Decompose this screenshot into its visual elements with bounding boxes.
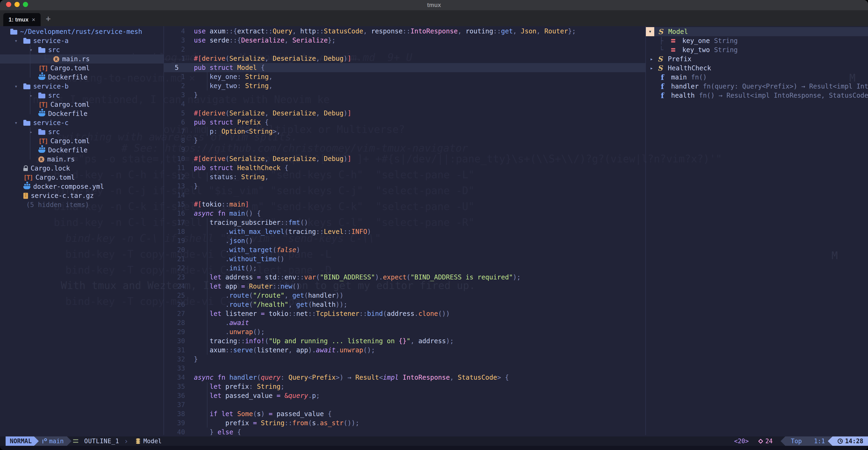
code-line[interactable]: 19 .json()	[163, 236, 645, 245]
code-line[interactable]: 27 let listener = tokio::net::TcpListene…	[163, 309, 645, 318]
code-line[interactable]: 31 axum::serve(listener, app).await.unwr…	[163, 346, 645, 355]
chevron-right-icon[interactable]: ▸	[28, 129, 38, 135]
tree-item-dockerfile[interactable]: Dockerfile	[0, 146, 163, 155]
code-line[interactable]: 16async fn main() {	[163, 209, 645, 218]
code-text: }	[189, 182, 198, 191]
outline-item-healthcheck[interactable]: ▸SHealthCheck	[646, 64, 868, 73]
code-line[interactable]: 2 key_two: String,	[163, 81, 645, 90]
tree-item-dockerfile[interactable]: Dockerfile	[0, 109, 163, 118]
chevron-down-icon[interactable]: ▾	[13, 120, 23, 126]
outline-item-key_two[interactable]: └key_twoString	[646, 45, 868, 55]
code-line[interactable]: 6pub struct Prefix {	[163, 118, 645, 127]
code-line[interactable]: 32}	[163, 355, 645, 364]
code-line[interactable]: 17 tracing_subscriber::fmt()	[163, 218, 645, 227]
tab-close-icon[interactable]: ×	[32, 16, 35, 23]
window-title: tmux	[0, 2, 868, 8]
code-line[interactable]: 12 status: String,	[163, 173, 645, 182]
code-line[interactable]: 21 .without_time()	[163, 254, 645, 264]
code-line[interactable]: 2	[163, 45, 645, 54]
chevron-right-icon[interactable]: ▸	[649, 56, 657, 62]
tree-item-service-a[interactable]: ▾service-a	[0, 36, 163, 45]
tab-tmux[interactable]: 1: tmux ×	[3, 13, 41, 26]
code-line[interactable]: 7 p: Option<String>,	[163, 127, 645, 136]
outline-item-main[interactable]: fmainfn()	[646, 73, 868, 82]
code-line[interactable]: 33	[163, 364, 645, 373]
code-line[interactable]: 8}	[163, 136, 645, 145]
git-branch-name: main	[49, 438, 64, 445]
tree-item-src[interactable]: ▾src	[0, 45, 163, 55]
tree-item-src[interactable]: ▸src	[0, 127, 163, 137]
new-tab-button[interactable]: +	[46, 14, 51, 24]
tree-item-docker-compose-yml[interactable]: docker-compose.yml	[0, 182, 163, 191]
tree-item-main-rs[interactable]: Rmain.rs	[0, 155, 163, 164]
chevron-down-icon[interactable]: ▾	[13, 38, 23, 44]
tree-item-label: ~/Development/rust/service-mesh	[20, 28, 142, 35]
code-line[interactable]: 4	[163, 99, 645, 109]
tree-item-cargo-toml[interactable]: [T]Cargo.toml	[0, 100, 163, 109]
code-line[interactable]: 24 let app = Router::new()	[163, 282, 645, 291]
code-line[interactable]: 1 key_one: String,	[163, 72, 645, 81]
code-line[interactable]: 26 .route("/health", get(health));	[163, 300, 645, 309]
code-line[interactable]: 1#[derive(Serialize, Deserialize, Debug)…	[163, 54, 645, 63]
tree-item-src[interactable]: ▸src	[0, 91, 163, 100]
tree-item--development-rust-service-mesh[interactable]: ~/Development/rust/service-mesh	[0, 27, 163, 36]
outline-item-signature: fn(query: Query<Prefix>) → Result<impl I…	[703, 83, 868, 90]
code-line[interactable]: 13}	[163, 182, 645, 191]
code-line[interactable]: 3use serde::{Deserialize, Serialize};	[163, 36, 645, 45]
code-line[interactable]: 10#[derive(Serialize, Deserialize, Debug…	[163, 154, 645, 163]
scroll-position: Top	[791, 438, 802, 445]
code-line[interactable]: 4use axum::{extract::Query, http::Status…	[163, 27, 645, 36]
tree-item--5-hidden-items-[interactable]: (5 hidden items)	[0, 200, 163, 209]
chevron-down-icon[interactable]: ▾	[13, 83, 23, 89]
code-line[interactable]: 35 let prefix: String;	[163, 382, 645, 391]
code-line[interactable]: 25 .route("/route", get(handler))	[163, 291, 645, 300]
tree-item-service-c[interactable]: ▾service-c	[0, 118, 163, 127]
folder-icon	[10, 30, 17, 35]
chevron-right-icon[interactable]: ▸	[28, 92, 38, 98]
code-line[interactable]: 36 let passed_value = &query.p;	[163, 391, 645, 400]
outline-item-key_one[interactable]: ├key_oneString	[646, 36, 868, 45]
code-line[interactable]: 37	[163, 400, 645, 409]
outline-item-model[interactable]: ▾SModel	[646, 27, 868, 36]
struct-icon: S	[658, 28, 668, 36]
tree-guide-line	[45, 54, 45, 59]
tree-item-label: Cargo.lock	[31, 164, 70, 172]
code-text: .json()	[189, 236, 253, 245]
code-line[interactable]: 3}	[163, 90, 645, 99]
code-line[interactable]: 5#[derive(Serialize, Deserialize, Debug)…	[163, 109, 645, 118]
tree-item-dockerfile[interactable]: Dockerfile	[0, 73, 163, 82]
code-line[interactable]: 15#[tokio::main]	[163, 200, 645, 209]
code-text	[189, 45, 198, 54]
tree-item-service-c-tar-gz[interactable]: service-c.tar.gz	[0, 191, 163, 200]
code-line[interactable]: 5pub struct Model {	[163, 63, 645, 72]
docker-icon	[38, 150, 45, 153]
code-line[interactable]: 9	[163, 145, 645, 154]
chevron-right-icon[interactable]: ▸	[649, 65, 657, 71]
tree-item-cargo-toml[interactable]: [T]Cargo.toml	[0, 64, 163, 73]
code-line[interactable]: 30 tracing::info!("Up and running ... li…	[163, 336, 645, 346]
code-line[interactable]: 14	[163, 191, 645, 200]
outline-item-health[interactable]: fhealthfn() → Result<impl IntoResponse, …	[646, 91, 868, 100]
line-number: 12	[163, 173, 189, 182]
outline-item-handler[interactable]: fhandlerfn(query: Query<Prefix>) → Resul…	[646, 82, 868, 91]
tree-item-service-b[interactable]: ▾service-b	[0, 82, 163, 91]
code-line[interactable]: 22 .init();	[163, 264, 645, 273]
tree-item-cargo-toml[interactable]: [T]Cargo.toml	[0, 173, 163, 182]
code-line[interactable]: 39 prefix = String::from(s.as_str());	[163, 418, 645, 427]
tree-item-cargo-toml[interactable]: [T]Cargo.toml	[0, 137, 163, 146]
tree-item-cargo-lock[interactable]: Cargo.lock	[0, 164, 163, 173]
code-line[interactable]: 38 if let Some(s) = passed_value {	[163, 409, 645, 418]
code-line[interactable]: 18 .with_max_level(tracing::Level::INFO)	[163, 227, 645, 236]
tree-item-main-rs[interactable]: Rmain.rs	[0, 55, 163, 64]
tree-item-label: main.rs	[47, 155, 75, 163]
code-line[interactable]: 20 .with_target(false)	[163, 245, 645, 254]
chevron-down-icon[interactable]: ▾	[28, 47, 38, 53]
outline-item-prefix[interactable]: ▸SPrefix	[646, 55, 868, 64]
code-line[interactable]: 28 .await	[163, 318, 645, 327]
code-line[interactable]: 34async fn handler(query: Query<Prefix>)…	[163, 373, 645, 382]
code-line[interactable]: 11pub struct HealthCheck {	[163, 163, 645, 173]
line-number: 25	[163, 291, 189, 300]
code-line[interactable]: 29 .unwrap();	[163, 327, 645, 336]
code-line[interactable]: 23 let address = std::env::var("BIND_ADD…	[163, 273, 645, 282]
code-line[interactable]: 40 } else {	[163, 427, 645, 435]
